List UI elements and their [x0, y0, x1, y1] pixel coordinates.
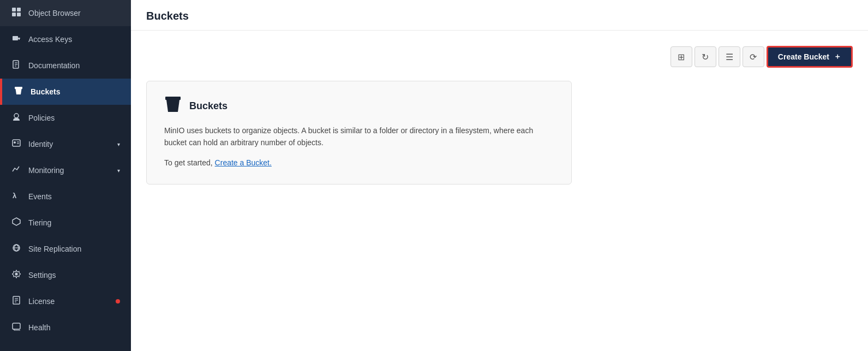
sidebar-label-health: Health	[28, 323, 120, 332]
svg-rect-6	[19, 38, 20, 40]
sidebar-item-settings[interactable]: Settings	[0, 262, 131, 288]
sidebar-item-health[interactable]: Health	[0, 314, 131, 341]
sidebar-label-site-replication: Site Replication	[28, 245, 120, 253]
sidebar-item-events[interactable]: λ Events	[0, 183, 131, 210]
access-keys-icon	[11, 34, 22, 45]
sidebar-label-events: Events	[28, 192, 120, 201]
svg-rect-1	[17, 8, 21, 11]
sidebar-label-buckets: Buckets	[31, 87, 120, 96]
documentation-icon	[11, 60, 22, 71]
info-card-cta-text: To get started,	[164, 158, 213, 167]
monitoring-icon	[11, 165, 22, 176]
svg-text:λ: λ	[13, 192, 17, 200]
bucket-icon	[164, 97, 182, 116]
sidebar-item-buckets[interactable]: Buckets	[0, 79, 131, 105]
sidebar-item-policies[interactable]: Policies	[0, 105, 131, 131]
sidebar-label-license: License	[28, 297, 107, 306]
sidebar: Object Browser Access Keys Documentation…	[0, 0, 131, 351]
svg-rect-27	[165, 97, 181, 100]
sidebar-item-object-browser[interactable]: Object Browser	[0, 0, 131, 26]
red-dot-license	[116, 299, 120, 304]
sidebar-label-identity: Identity	[28, 140, 111, 148]
site-replication-icon	[11, 243, 22, 254]
page-title: Buckets	[146, 10, 853, 22]
list-icon: ☰	[726, 52, 733, 62]
svg-rect-26	[13, 323, 20, 329]
create-bucket-label: Create Bucket	[778, 52, 829, 61]
chevron-identity-icon: ▾	[117, 141, 120, 147]
refresh-button[interactable]: ⟳	[743, 46, 764, 67]
sidebar-item-site-replication[interactable]: Site Replication	[0, 236, 131, 262]
sidebar-label-object-browser: Object Browser	[28, 9, 120, 17]
buckets-icon	[13, 86, 24, 97]
svg-point-21	[15, 273, 18, 276]
sidebar-item-documentation[interactable]: Documentation	[0, 52, 131, 79]
main-content: Buckets ⊞ ↻ ☰ ⟳ Create Bucket ＋	[131, 0, 868, 351]
sidebar-label-access-keys: Access Keys	[28, 35, 120, 44]
license-icon	[11, 296, 22, 307]
settings-icon	[11, 270, 22, 281]
sidebar-item-identity[interactable]: Identity ▾	[0, 131, 131, 157]
svg-marker-18	[13, 218, 20, 225]
info-card-header: Buckets	[164, 97, 554, 116]
events-icon: λ	[11, 191, 22, 202]
grid-view-button[interactable]: ⊞	[671, 46, 692, 67]
svg-rect-13	[13, 140, 20, 146]
svg-rect-0	[12, 8, 16, 11]
health-icon	[11, 322, 22, 333]
list-view-button[interactable]: ☰	[719, 46, 740, 67]
main-header: Buckets	[131, 0, 868, 31]
info-card-cta: To get started, Create a Bucket.	[164, 157, 554, 169]
sidebar-label-tiering: Tiering	[28, 218, 120, 227]
svg-rect-2	[12, 13, 16, 16]
main-body: ⊞ ↻ ☰ ⟳ Create Bucket ＋	[131, 31, 868, 351]
sidebar-label-documentation: Documentation	[28, 61, 120, 70]
sidebar-item-tiering[interactable]: Tiering	[0, 210, 131, 236]
info-card-title: Buckets	[189, 100, 228, 112]
buckets-info-card: Buckets MinIO uses buckets to organize o…	[146, 81, 572, 185]
create-bucket-button[interactable]: Create Bucket ＋	[767, 46, 853, 68]
svg-point-12	[14, 114, 19, 118]
object-browser-icon	[11, 8, 22, 19]
refresh-icon: ⟳	[750, 52, 757, 62]
plus-icon: ＋	[834, 52, 841, 62]
svg-rect-11	[15, 87, 22, 89]
identity-icon	[11, 139, 22, 150]
sidebar-item-license[interactable]: License	[0, 288, 131, 314]
create-bucket-link[interactable]: Create a Bucket.	[215, 158, 272, 167]
sidebar-label-monitoring: Monitoring	[28, 166, 111, 175]
refresh-alt-icon: ↻	[702, 52, 709, 62]
refresh-alt-button[interactable]: ↻	[695, 46, 716, 67]
policies-icon	[11, 112, 22, 123]
sidebar-label-settings: Settings	[28, 271, 120, 279]
toolbar: ⊞ ↻ ☰ ⟳ Create Bucket ＋	[146, 46, 853, 68]
sidebar-item-monitoring[interactable]: Monitoring ▾	[0, 157, 131, 183]
grid-icon: ⊞	[678, 52, 685, 62]
info-card-description: MinIO uses buckets to organize objects. …	[164, 124, 554, 149]
tiering-icon	[11, 217, 22, 228]
svg-rect-3	[17, 13, 21, 16]
sidebar-label-policies: Policies	[28, 114, 120, 122]
svg-point-14	[14, 141, 16, 144]
sidebar-item-access-keys[interactable]: Access Keys	[0, 26, 131, 52]
chevron-monitoring-icon: ▾	[117, 168, 120, 174]
